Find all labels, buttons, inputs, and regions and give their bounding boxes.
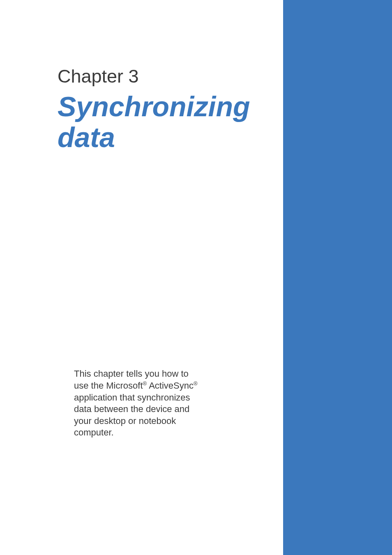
page-content: Chapter 3 Synchronizing data <box>0 0 283 555</box>
chapter-title-line1: Synchronizing <box>58 91 250 122</box>
registered-mark-1: ® <box>143 380 147 387</box>
chapter-title: Synchronizing data <box>58 91 283 153</box>
chapter-label: Chapter 3 <box>58 66 283 87</box>
chapter-description: This chapter tells you how to use the Mi… <box>74 368 205 439</box>
chapter-title-line2: data <box>58 122 115 153</box>
desc-part2: ActiveSync <box>147 380 194 391</box>
registered-mark-2: ® <box>194 380 198 387</box>
sidebar-accent <box>283 0 392 555</box>
desc-part3: application that synchronizes data betwe… <box>74 392 190 438</box>
